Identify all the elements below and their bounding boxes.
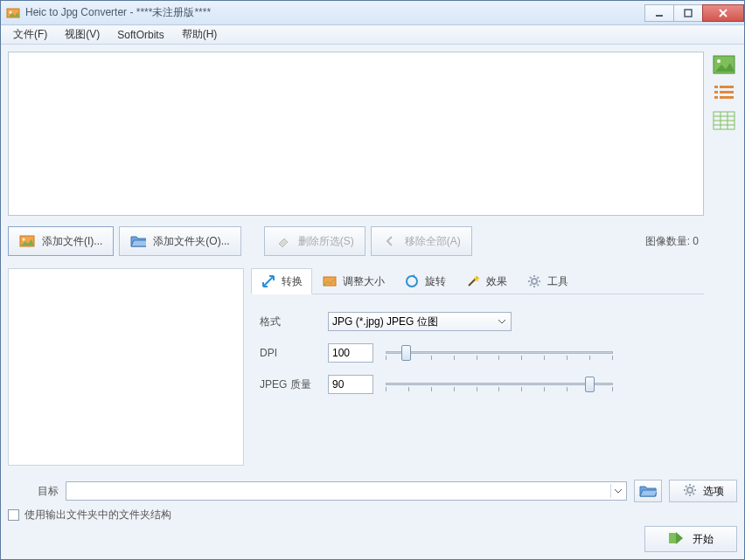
button-label: 选项: [703, 484, 724, 499]
tab-convert[interactable]: 转换: [251, 268, 312, 294]
svg-rect-23: [714, 96, 718, 99]
svg-line-16: [538, 277, 540, 279]
tab-label: 转换: [282, 274, 303, 289]
convert-tab-body: 格式 JPG (*.jpg) JPEG 位图 DPI 100: [251, 294, 704, 466]
image-icon: [19, 233, 35, 249]
folder-structure-row: 使用输出文件夹中的文件夹结构: [8, 508, 737, 522]
settings-pane: 转换 调整大小 旋转 效果: [251, 268, 704, 466]
chevron-down-icon: [495, 315, 509, 328]
content-area: 添加文件(I)... 添加文件夹(O)... 删除所选(S) 移除全部(A) 图…: [1, 45, 744, 474]
svg-rect-20: [720, 86, 734, 88]
wand-icon: [465, 273, 481, 289]
options-button[interactable]: 选项: [669, 480, 737, 502]
play-icon: [668, 531, 684, 548]
start-button[interactable]: 开始: [644, 526, 737, 552]
start-row: 开始: [8, 526, 737, 552]
svg-line-36: [686, 486, 687, 487]
chevron-left-icon: [382, 233, 398, 249]
button-label: 移除全部(A): [405, 234, 461, 249]
svg-line-39: [693, 486, 695, 487]
app-window: Heic to Jpg Converter - ****未注册版**** 文件(…: [0, 0, 745, 560]
dpi-slider[interactable]: [386, 343, 613, 363]
svg-line-37: [693, 493, 695, 494]
gear-icon: [682, 482, 698, 501]
tabstrip: 转换 调整大小 旋转 效果: [251, 268, 704, 294]
view-switcher: [711, 52, 737, 467]
svg-point-31: [687, 487, 693, 493]
browse-folder-button[interactable]: [634, 480, 662, 502]
svg-rect-3: [685, 10, 692, 17]
folder-structure-checkbox[interactable]: [8, 509, 19, 521]
svg-point-18: [717, 59, 721, 63]
format-combo[interactable]: JPG (*.jpg) JPEG 位图: [328, 312, 512, 331]
preview-pane: [8, 268, 244, 466]
main-column: 添加文件(I)... 添加文件夹(O)... 删除所选(S) 移除全部(A) 图…: [8, 52, 704, 467]
format-row: 格式 JPG (*.jpg) JPEG 位图: [260, 312, 695, 331]
svg-rect-2: [656, 15, 663, 17]
convert-icon: [261, 273, 276, 289]
window-title: Heic to Jpg Converter - ****未注册版****: [25, 5, 645, 20]
lower-panels: 转换 调整大小 旋转 效果: [8, 268, 704, 466]
svg-rect-40: [669, 533, 676, 543]
svg-rect-24: [720, 96, 734, 99]
remove-selected-button[interactable]: 删除所选(S): [264, 226, 366, 256]
tab-tools[interactable]: 工具: [517, 268, 578, 294]
file-list[interactable]: [8, 52, 704, 216]
rotate-icon: [404, 273, 420, 289]
bottom-panel: 目标 选项 使用输出文件夹中的文件夹结构 开始: [1, 474, 744, 559]
format-label: 格式: [260, 315, 316, 329]
quality-slider[interactable]: [386, 375, 613, 394]
button-label: 删除所选(S): [298, 234, 354, 249]
tab-label: 工具: [547, 274, 568, 289]
file-toolbar: 添加文件(I)... 添加文件夹(O)... 删除所选(S) 移除全部(A) 图…: [8, 226, 704, 256]
menu-softorbits[interactable]: SoftOrbits: [108, 27, 172, 43]
svg-line-15: [530, 285, 532, 287]
tab-resize[interactable]: 调整大小: [312, 268, 394, 294]
image-count-label: 图像数量: 0: [645, 234, 704, 249]
tab-effects[interactable]: 效果: [456, 268, 517, 294]
window-controls: [645, 4, 744, 22]
dpi-input[interactable]: 100: [328, 343, 373, 363]
button-label: 添加文件夹(O)...: [153, 234, 229, 249]
svg-rect-22: [720, 91, 734, 93]
close-button[interactable]: [702, 4, 744, 22]
view-details-button[interactable]: [713, 111, 735, 130]
quality-label: JPEG 质量: [260, 377, 316, 392]
dpi-row: DPI 100: [260, 343, 695, 363]
quality-row: JPEG 质量 90: [260, 375, 695, 394]
titlebar: Heic to Jpg Converter - ****未注册版****: [1, 1, 744, 25]
checkbox-label: 使用输出文件夹中的文件夹结构: [24, 508, 171, 522]
svg-point-1: [10, 10, 12, 13]
button-label: 添加文件(I)...: [42, 234, 102, 249]
add-folder-button[interactable]: 添加文件夹(O)...: [119, 226, 240, 256]
target-label: 目标: [8, 484, 59, 499]
menu-file[interactable]: 文件(F): [4, 25, 56, 44]
tab-rotate[interactable]: 旋转: [394, 268, 456, 294]
menu-help[interactable]: 帮助(H): [173, 25, 226, 44]
combo-value: JPG (*.jpg) JPEG 位图: [332, 315, 438, 329]
svg-line-14: [538, 285, 540, 287]
svg-rect-19: [714, 86, 718, 88]
button-label: 开始: [693, 532, 714, 547]
gear-icon: [526, 273, 542, 289]
remove-all-button[interactable]: 移除全部(A): [371, 226, 472, 256]
menu-view[interactable]: 视图(V): [56, 25, 108, 44]
target-combo[interactable]: [66, 481, 627, 501]
eraser-icon: [275, 233, 291, 249]
view-thumbnails-button[interactable]: [713, 55, 735, 74]
view-list-button[interactable]: [713, 83, 735, 102]
add-files-button[interactable]: 添加文件(I)...: [8, 226, 114, 256]
svg-point-5: [23, 239, 25, 241]
tab-label: 旋转: [425, 274, 446, 289]
tab-label: 调整大小: [343, 274, 385, 289]
svg-point-8: [532, 279, 537, 284]
maximize-button[interactable]: [673, 4, 703, 22]
menubar: 文件(F) 视图(V) SoftOrbits 帮助(H): [1, 25, 744, 45]
resize-icon: [322, 273, 338, 289]
svg-point-7: [407, 276, 417, 287]
target-row: 目标 选项: [8, 480, 737, 502]
minimize-button[interactable]: [644, 4, 674, 22]
dpi-label: DPI: [260, 347, 316, 359]
quality-input[interactable]: 90: [328, 375, 373, 394]
chevron-down-icon: [610, 484, 624, 498]
